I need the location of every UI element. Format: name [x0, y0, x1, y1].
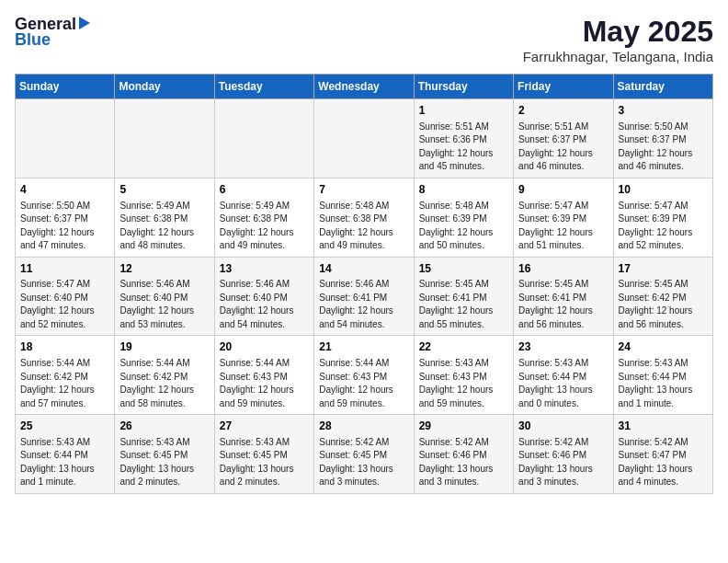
- day-number: 30: [518, 419, 608, 434]
- calendar-day-cell: 2Sunrise: 5:51 AM Sunset: 6:37 PM Daylig…: [514, 99, 613, 178]
- day-info: Sunrise: 5:43 AM Sunset: 6:44 PM Dayligh…: [518, 357, 608, 410]
- day-info: Sunrise: 5:44 AM Sunset: 6:43 PM Dayligh…: [319, 357, 408, 410]
- day-info: Sunrise: 5:43 AM Sunset: 6:44 PM Dayligh…: [20, 436, 109, 489]
- day-info: Sunrise: 5:42 AM Sunset: 6:47 PM Dayligh…: [619, 436, 708, 489]
- day-info: Sunrise: 5:44 AM Sunset: 6:43 PM Dayligh…: [220, 357, 309, 410]
- logo-flag-icon: [79, 17, 90, 29]
- calendar-week-row: 1Sunrise: 5:51 AM Sunset: 6:36 PM Daylig…: [16, 99, 713, 178]
- day-info: Sunrise: 5:47 AM Sunset: 6:39 PM Dayligh…: [518, 200, 608, 253]
- day-number: 6: [220, 182, 309, 198]
- day-info: Sunrise: 5:42 AM Sunset: 6:46 PM Dayligh…: [419, 436, 508, 489]
- day-number: 31: [619, 419, 708, 434]
- day-number: 21: [319, 339, 408, 355]
- calendar-day-cell: 12Sunrise: 5:46 AM Sunset: 6:40 PM Dayli…: [115, 257, 214, 336]
- calendar-day-cell: [214, 99, 313, 178]
- calendar-day-cell: 25Sunrise: 5:43 AM Sunset: 6:44 PM Dayli…: [16, 415, 115, 494]
- day-info: Sunrise: 5:44 AM Sunset: 6:42 PM Dayligh…: [20, 357, 109, 410]
- calendar-week-row: 25Sunrise: 5:43 AM Sunset: 6:44 PM Dayli…: [16, 415, 713, 494]
- calendar-day-cell: 20Sunrise: 5:44 AM Sunset: 6:43 PM Dayli…: [214, 336, 313, 415]
- calendar-subtitle: Farrukhnagar, Telangana, India: [523, 49, 713, 64]
- day-number: 8: [419, 182, 508, 198]
- calendar-day-cell: 10Sunrise: 5:47 AM Sunset: 6:39 PM Dayli…: [613, 178, 712, 257]
- calendar-day-cell: 5Sunrise: 5:49 AM Sunset: 6:38 PM Daylig…: [115, 178, 214, 257]
- calendar-day-cell: [115, 99, 214, 178]
- day-info: Sunrise: 5:49 AM Sunset: 6:38 PM Dayligh…: [220, 200, 309, 253]
- calendar-day-cell: [314, 99, 414, 178]
- day-number: 27: [220, 419, 309, 434]
- weekday-header-cell: Tuesday: [214, 75, 313, 99]
- calendar-day-cell: 11Sunrise: 5:47 AM Sunset: 6:40 PM Dayli…: [16, 257, 115, 336]
- calendar-table: SundayMondayTuesdayWednesdayThursdayFrid…: [15, 74, 713, 494]
- day-number: 11: [20, 261, 109, 277]
- calendar-day-cell: 28Sunrise: 5:42 AM Sunset: 6:45 PM Dayli…: [314, 415, 414, 494]
- day-info: Sunrise: 5:49 AM Sunset: 6:38 PM Dayligh…: [119, 200, 209, 253]
- day-info: Sunrise: 5:46 AM Sunset: 6:40 PM Dayligh…: [119, 278, 209, 331]
- day-number: 1: [419, 103, 508, 119]
- calendar-day-cell: 7Sunrise: 5:48 AM Sunset: 6:38 PM Daylig…: [314, 178, 414, 257]
- calendar-day-cell: 17Sunrise: 5:45 AM Sunset: 6:42 PM Dayli…: [613, 257, 712, 336]
- day-number: 3: [619, 103, 708, 119]
- day-info: Sunrise: 5:43 AM Sunset: 6:43 PM Dayligh…: [419, 357, 508, 410]
- day-info: Sunrise: 5:50 AM Sunset: 6:37 PM Dayligh…: [20, 200, 109, 253]
- day-info: Sunrise: 5:47 AM Sunset: 6:40 PM Dayligh…: [20, 278, 109, 331]
- calendar-title: May 2025: [523, 15, 713, 49]
- calendar-day-cell: [16, 99, 115, 178]
- calendar-week-row: 18Sunrise: 5:44 AM Sunset: 6:42 PM Dayli…: [16, 336, 713, 415]
- calendar-week-row: 4Sunrise: 5:50 AM Sunset: 6:37 PM Daylig…: [16, 178, 713, 257]
- calendar-day-cell: 14Sunrise: 5:46 AM Sunset: 6:41 PM Dayli…: [314, 257, 414, 336]
- weekday-header-row: SundayMondayTuesdayWednesdayThursdayFrid…: [16, 75, 713, 99]
- day-number: 16: [518, 261, 608, 277]
- day-number: 2: [518, 103, 608, 119]
- calendar-day-cell: 1Sunrise: 5:51 AM Sunset: 6:36 PM Daylig…: [414, 99, 513, 178]
- day-number: 25: [20, 419, 109, 434]
- day-info: Sunrise: 5:43 AM Sunset: 6:45 PM Dayligh…: [220, 436, 309, 489]
- day-info: Sunrise: 5:51 AM Sunset: 6:37 PM Dayligh…: [518, 121, 608, 174]
- day-number: 13: [220, 261, 309, 277]
- day-info: Sunrise: 5:51 AM Sunset: 6:36 PM Dayligh…: [419, 121, 508, 174]
- calendar-day-cell: 30Sunrise: 5:42 AM Sunset: 6:46 PM Dayli…: [514, 415, 613, 494]
- day-info: Sunrise: 5:45 AM Sunset: 6:41 PM Dayligh…: [518, 278, 608, 331]
- day-info: Sunrise: 5:42 AM Sunset: 6:46 PM Dayligh…: [518, 436, 608, 489]
- day-number: 19: [119, 339, 209, 355]
- day-number: 7: [319, 182, 408, 198]
- day-info: Sunrise: 5:45 AM Sunset: 6:41 PM Dayligh…: [419, 278, 508, 331]
- calendar-day-cell: 26Sunrise: 5:43 AM Sunset: 6:45 PM Dayli…: [115, 415, 214, 494]
- calendar-day-cell: 23Sunrise: 5:43 AM Sunset: 6:44 PM Dayli…: [514, 336, 613, 415]
- day-info: Sunrise: 5:50 AM Sunset: 6:37 PM Dayligh…: [619, 121, 708, 174]
- day-info: Sunrise: 5:48 AM Sunset: 6:38 PM Dayligh…: [319, 200, 408, 253]
- calendar-day-cell: 22Sunrise: 5:43 AM Sunset: 6:43 PM Dayli…: [414, 336, 513, 415]
- day-info: Sunrise: 5:46 AM Sunset: 6:41 PM Dayligh…: [319, 278, 408, 331]
- day-info: Sunrise: 5:42 AM Sunset: 6:45 PM Dayligh…: [319, 436, 408, 489]
- page-header: General Blue May 2025 Farrukhnagar, Tela…: [15, 15, 713, 64]
- day-number: 24: [619, 339, 708, 355]
- day-number: 9: [518, 182, 608, 198]
- day-info: Sunrise: 5:46 AM Sunset: 6:40 PM Dayligh…: [220, 278, 309, 331]
- title-block: May 2025 Farrukhnagar, Telangana, India: [523, 15, 713, 64]
- day-number: 4: [20, 182, 109, 198]
- weekday-header-cell: Monday: [115, 75, 214, 99]
- calendar-day-cell: 9Sunrise: 5:47 AM Sunset: 6:39 PM Daylig…: [514, 178, 613, 257]
- day-number: 20: [220, 339, 309, 355]
- day-info: Sunrise: 5:43 AM Sunset: 6:44 PM Dayligh…: [619, 357, 708, 410]
- calendar-day-cell: 13Sunrise: 5:46 AM Sunset: 6:40 PM Dayli…: [214, 257, 313, 336]
- calendar-day-cell: 18Sunrise: 5:44 AM Sunset: 6:42 PM Dayli…: [16, 336, 115, 415]
- day-number: 26: [119, 419, 209, 434]
- day-number: 23: [518, 339, 608, 355]
- day-number: 17: [619, 261, 708, 277]
- day-info: Sunrise: 5:45 AM Sunset: 6:42 PM Dayligh…: [619, 278, 708, 331]
- logo: General Blue: [15, 15, 90, 50]
- day-info: Sunrise: 5:48 AM Sunset: 6:39 PM Dayligh…: [419, 200, 508, 253]
- calendar-body: 1Sunrise: 5:51 AM Sunset: 6:36 PM Daylig…: [16, 99, 713, 494]
- day-info: Sunrise: 5:47 AM Sunset: 6:39 PM Dayligh…: [619, 200, 708, 253]
- day-number: 14: [319, 261, 408, 277]
- weekday-header-cell: Saturday: [613, 75, 712, 99]
- calendar-day-cell: 24Sunrise: 5:43 AM Sunset: 6:44 PM Dayli…: [613, 336, 712, 415]
- day-number: 12: [119, 261, 209, 277]
- logo-blue-text: Blue: [15, 30, 51, 50]
- day-number: 29: [419, 419, 508, 434]
- calendar-day-cell: 16Sunrise: 5:45 AM Sunset: 6:41 PM Dayli…: [514, 257, 613, 336]
- calendar-day-cell: 4Sunrise: 5:50 AM Sunset: 6:37 PM Daylig…: [16, 178, 115, 257]
- day-info: Sunrise: 5:43 AM Sunset: 6:45 PM Dayligh…: [119, 436, 209, 489]
- weekday-header-cell: Sunday: [16, 75, 115, 99]
- calendar-day-cell: 8Sunrise: 5:48 AM Sunset: 6:39 PM Daylig…: [414, 178, 513, 257]
